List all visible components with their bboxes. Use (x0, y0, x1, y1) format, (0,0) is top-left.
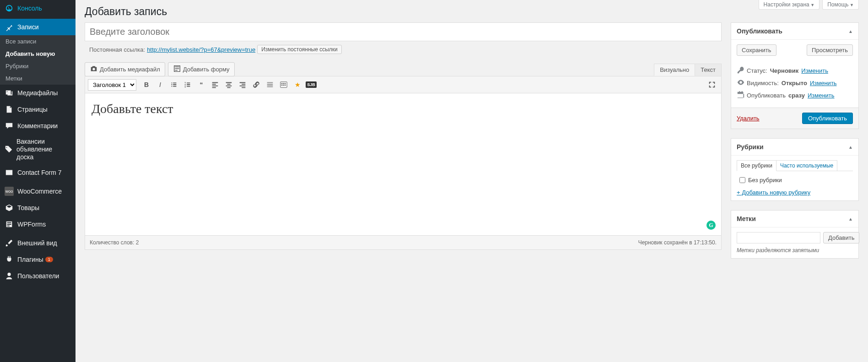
category-tabs: Все рубрики Часто используемые (737, 160, 853, 171)
key-icon (737, 66, 744, 76)
italic-icon[interactable]: I (154, 78, 167, 91)
grammarly-icon[interactable]: G (706, 221, 716, 230)
visibility-value: Открыто (782, 80, 807, 86)
menu-wpforms[interactable]: WPForms (0, 216, 75, 232)
menu-label: Внешний вид (17, 239, 57, 247)
edit-status-link[interactable]: Изменить (801, 67, 828, 74)
help-toggle[interactable]: Помощь (822, 0, 859, 10)
status-label: Статус: (747, 67, 767, 74)
visibility-label: Видимость: (747, 80, 779, 86)
align-left-icon[interactable] (209, 78, 221, 91)
menu-plugins[interactable]: Плагины 1 (0, 251, 75, 268)
tab-all-categories[interactable]: Все рубрики (737, 160, 776, 171)
chevron-up-icon: ▲ (848, 29, 853, 34)
tags-metabox: Метки ▲ Добавить Метки разделяются запят… (731, 210, 859, 259)
menu-label: WooCommerce (17, 188, 62, 195)
menu-label: Пользователи (17, 272, 59, 280)
sjb-icon[interactable]: SJB (305, 78, 318, 91)
menu-comments[interactable]: Комментарии (0, 118, 75, 134)
menu-products[interactable]: Товары (0, 200, 75, 216)
submenu-add-new[interactable]: Добавить новую (0, 48, 75, 60)
chevron-up-icon: ▲ (848, 216, 853, 222)
menu-media[interactable]: Медиафайлы (0, 85, 75, 101)
categories-metabox: Рубрики ▲ Все рубрики Часто используемые… (731, 138, 859, 201)
tag-icon (5, 145, 13, 154)
page-icon (5, 105, 14, 114)
pin-icon (5, 22, 14, 32)
menu-pages[interactable]: Страницы (0, 101, 75, 118)
menu-posts[interactable]: Записи (0, 19, 75, 35)
format-select[interactable]: Заголовок 1 (88, 79, 136, 91)
tags-input[interactable] (737, 232, 820, 243)
category-label: Без рубрики (748, 177, 782, 184)
number-list-icon[interactable] (181, 78, 194, 91)
plugins-badge: 1 (45, 257, 53, 262)
publish-metabox: Опубликовать ▲ Сохранить Просмотреть Ста… (731, 22, 859, 129)
metabox-title: Метки (737, 215, 756, 222)
submenu-tags[interactable]: Метки (0, 72, 75, 85)
mail-icon (5, 168, 14, 177)
link-icon[interactable] (250, 78, 263, 91)
menu-label: Комментарии (17, 122, 58, 130)
delete-link[interactable]: Удалить (737, 115, 760, 122)
menu-users[interactable]: Пользователи (0, 268, 75, 284)
align-right-icon[interactable] (236, 78, 249, 91)
category-checkbox[interactable] (739, 177, 745, 183)
submenu-categories[interactable]: Рубрики (0, 60, 75, 72)
menu-woo[interactable]: woo WooCommerce (0, 183, 75, 200)
add-tag-button[interactable]: Добавить (823, 232, 859, 243)
menu-cf7[interactable]: Contact Form 7 (0, 164, 75, 181)
add-media-button[interactable]: Добавить медиафайл (85, 62, 165, 76)
categories-metabox-head[interactable]: Рубрики ▲ (731, 139, 858, 156)
preview-button[interactable]: Просмотреть (807, 44, 853, 56)
permalink-row: Постоянная ссылка: http://mylist.website… (85, 42, 722, 57)
category-item[interactable]: Без рубрики (737, 176, 853, 184)
save-draft-button[interactable]: Сохранить (737, 44, 776, 56)
add-form-button[interactable]: Добавить форму (168, 62, 235, 76)
plugin-icon (5, 255, 14, 264)
word-count: Количество слов: 2 (90, 239, 139, 246)
menu-label: Плагины (17, 256, 43, 263)
media-icon (5, 88, 14, 97)
status-value: Черновик (770, 67, 799, 74)
tab-visual[interactable]: Визуально (654, 64, 695, 76)
main-content: Настройки экрана Помощь Добавить запись … (75, 0, 868, 362)
bold-icon[interactable]: B (140, 78, 153, 91)
toolbar-toggle-icon[interactable] (277, 78, 290, 91)
publish-metabox-head[interactable]: Опубликовать ▲ (731, 23, 858, 40)
editor-toolbar: Заголовок 1 B I “ ★ SJB (85, 76, 721, 93)
menu-label: WPForms (17, 221, 46, 228)
submenu-posts: Все записи Добавить новую Рубрики Метки (0, 35, 75, 85)
editor-status-bar: Количество слов: 2 Черновик сохранён в 1… (85, 235, 721, 249)
admin-sidebar: Консоль Записи Все записи Добавить новую… (0, 0, 75, 362)
editor-content-area[interactable]: Добавьте текст G (85, 93, 721, 235)
post-title-input[interactable] (85, 22, 722, 41)
user-icon (5, 271, 14, 281)
bullet-list-icon[interactable] (167, 78, 180, 91)
align-center-icon[interactable] (222, 78, 235, 91)
fullscreen-icon[interactable] (706, 78, 718, 91)
tags-hint: Метки разделяются запятыми (737, 247, 853, 254)
schedule-label: Опубликовать (747, 92, 786, 99)
tags-metabox-head[interactable]: Метки ▲ (731, 211, 858, 227)
add-category-link[interactable]: + Добавить новую рубрику (737, 189, 810, 196)
more-icon[interactable] (264, 78, 276, 91)
menu-appearance[interactable]: Внешний вид (0, 235, 75, 251)
edit-visibility-link[interactable]: Изменить (810, 80, 837, 86)
calendar-icon (737, 91, 744, 100)
screen-options-toggle[interactable]: Настройки экрана (759, 0, 820, 10)
permalink-url[interactable]: http://mylist.website/?p=67&preview=true (147, 46, 255, 53)
publish-button[interactable]: Опубликовать (802, 113, 853, 124)
submenu-all-posts[interactable]: Все записи (0, 35, 75, 48)
star-icon[interactable]: ★ (291, 78, 304, 91)
tab-text[interactable]: Текст (695, 64, 722, 76)
editor-text: Добавьте текст (92, 102, 715, 116)
menu-jobs[interactable]: Вакансии объявление доска (0, 134, 75, 164)
quote-icon[interactable]: “ (195, 78, 208, 91)
menu-label: Contact Form 7 (17, 169, 61, 176)
tab-popular-categories[interactable]: Часто используемые (776, 160, 837, 171)
menu-console[interactable]: Консоль (0, 0, 75, 16)
edit-permalink-button[interactable]: Изменить постоянные ссылки (257, 45, 342, 54)
edit-schedule-link[interactable]: Изменить (808, 92, 835, 99)
menu-label: Страницы (17, 106, 48, 113)
